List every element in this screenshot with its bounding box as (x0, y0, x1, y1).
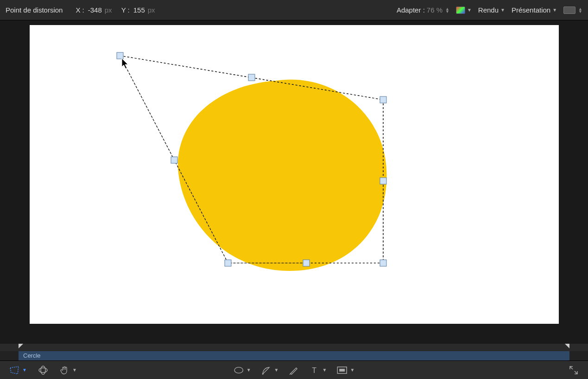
presentation-label: Présentation (512, 6, 550, 14)
shape-tool-button[interactable]: ▼ (234, 366, 251, 375)
render-label: Rendu (478, 6, 499, 14)
out-point-marker[interactable] (565, 344, 569, 348)
hand-icon (59, 366, 70, 375)
brush-tool-button[interactable] (289, 366, 299, 375)
handle-top-right[interactable] (380, 96, 386, 103)
svg-point-2 (41, 366, 45, 374)
coord-x[interactable]: X : -348 px (76, 6, 112, 14)
distort-icon (9, 366, 19, 375)
chevron-down-icon: ▼ (500, 7, 505, 13)
chevron-down-icon: ▼ (22, 367, 27, 373)
coord-y[interactable]: Y : 155 px (121, 6, 155, 14)
chevron-down-icon: ▼ (274, 367, 279, 373)
bg-swatch-icon (563, 6, 575, 14)
toolbar-left: ▼ ▼ (9, 366, 77, 375)
handle-top-mid[interactable] (248, 74, 255, 81)
color-channel-icon (456, 6, 465, 14)
canvas-viewport[interactable] (0, 20, 588, 344)
handle-mid-left[interactable] (171, 157, 177, 163)
handle-bottom-right[interactable] (380, 260, 386, 266)
orbit-tool-button[interactable] (38, 366, 48, 375)
top-toolbar: Point de distorsion X : -348 px Y : 155 … (0, 0, 588, 20)
stepper-icon: ▲▼ (578, 7, 582, 13)
canvas[interactable] (30, 25, 559, 324)
svg-point-1 (39, 368, 47, 373)
layer-name: Cercle (23, 352, 41, 359)
handle-bottom-left[interactable] (225, 260, 231, 266)
presentation-dropdown[interactable]: Présentation ▼ (512, 6, 557, 14)
cursor-pointer-icon (122, 58, 128, 69)
shape-circle[interactable] (177, 79, 386, 271)
pan-tool-button[interactable]: ▼ (59, 366, 77, 375)
background-color-dropdown[interactable]: ▲▼ (563, 6, 582, 14)
text-tool-button[interactable]: T ▼ (310, 366, 327, 375)
active-tool-label: Point de distorsion (6, 6, 63, 14)
canvas-overlay (30, 25, 559, 324)
handle-top-left[interactable] (117, 52, 123, 59)
text-icon: T (310, 366, 320, 375)
layer-track[interactable]: Cercle (19, 351, 569, 360)
fit-value: 76 % (427, 6, 443, 14)
coord-x-label: X : (76, 6, 84, 14)
brush-icon (289, 366, 299, 375)
expand-icon (569, 366, 579, 375)
chevron-down-icon: ▼ (247, 367, 251, 373)
chevron-down-icon: ▼ (552, 7, 557, 13)
top-bar-right: Adapter : 76 % ▲▼ ▼ Rendu ▼ Présentation… (397, 6, 582, 14)
mask-icon (337, 366, 347, 375)
coord-x-unit: px (105, 6, 112, 14)
fullscreen-button[interactable] (569, 366, 579, 375)
chevron-down-icon: ▼ (72, 367, 77, 373)
timeline-ruler[interactable] (0, 344, 588, 351)
coord-y-unit: px (148, 6, 155, 14)
toolbar-center: ▼ ▼ T ▼ ▼ (234, 366, 355, 375)
distort-tool-button[interactable]: ▼ (9, 366, 27, 375)
stepper-icon: ▲▼ (445, 7, 449, 13)
zoom-fit-control[interactable]: Adapter : 76 % ▲▼ (397, 6, 449, 14)
svg-rect-7 (339, 369, 345, 372)
chevron-down-icon: ▼ (467, 7, 472, 13)
render-dropdown[interactable]: Rendu ▼ (478, 6, 505, 14)
color-channel-dropdown[interactable]: ▼ (456, 6, 472, 14)
pen-icon (261, 366, 272, 375)
orbit-icon (38, 366, 48, 375)
coord-y-value: 155 (133, 6, 145, 14)
handle-bottom-mid[interactable] (303, 260, 310, 266)
chevron-down-icon: ▼ (322, 367, 327, 373)
toolbar-right (569, 366, 579, 375)
mask-tool-button[interactable]: ▼ (337, 366, 354, 375)
pen-tool-button[interactable]: ▼ (261, 366, 279, 375)
mini-timeline: Cercle (0, 344, 588, 360)
bounds-edge (120, 56, 252, 77)
fit-label: Adapter : (397, 6, 425, 14)
coord-y-label: Y : (121, 6, 130, 14)
svg-point-4 (262, 373, 264, 374)
chevron-down-icon: ▼ (350, 367, 354, 373)
coord-x-value: -348 (88, 6, 102, 14)
in-point-marker[interactable] (19, 344, 23, 348)
svg-text:T: T (312, 366, 317, 374)
top-bar-left: Point de distorsion X : -348 px Y : 155 … (6, 6, 155, 14)
bottom-toolbar: ▼ ▼ ▼ ▼ (0, 360, 588, 379)
svg-marker-0 (10, 366, 19, 374)
handle-mid-right[interactable] (380, 178, 386, 184)
svg-point-3 (234, 367, 243, 373)
ellipse-icon (234, 366, 244, 375)
